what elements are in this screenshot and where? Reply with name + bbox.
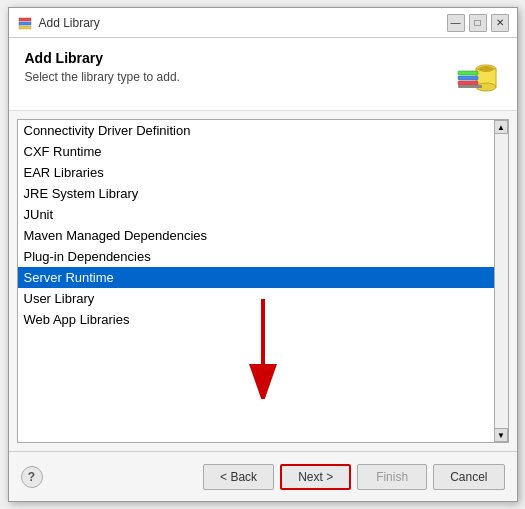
scrollbar[interactable]: ▲ ▼ <box>495 119 509 443</box>
list-item[interactable]: Connectivity Driver Definition <box>18 120 494 141</box>
next-button[interactable]: Next > <box>280 464 351 490</box>
title-bar: Add Library — □ ✕ <box>9 8 517 38</box>
list-item[interactable]: Web App Libraries <box>18 309 494 330</box>
minimize-button[interactable]: — <box>447 14 465 32</box>
window-controls: — □ ✕ <box>447 14 509 32</box>
content-area: Connectivity Driver DefinitionCXF Runtim… <box>9 111 517 451</box>
list-item[interactable]: EAR Libraries <box>18 162 494 183</box>
help-button[interactable]: ? <box>21 466 43 488</box>
svg-point-6 <box>478 66 494 72</box>
add-library-dialog: Add Library — □ ✕ Add Library Select the… <box>8 7 518 502</box>
list-item[interactable]: JRE System Library <box>18 183 494 204</box>
dialog-icon <box>17 15 33 31</box>
list-item[interactable]: User Library <box>18 288 494 309</box>
title-bar-label: Add Library <box>39 16 447 30</box>
svg-rect-0 <box>19 26 31 29</box>
header-text-block: Add Library Select the library type to a… <box>25 50 451 84</box>
svg-rect-1 <box>19 22 31 25</box>
navigation-buttons: < Back Next > Finish Cancel <box>203 464 504 490</box>
finish-button[interactable]: Finish <box>357 464 427 490</box>
scroll-up-button[interactable]: ▲ <box>494 120 508 134</box>
dialog-header: Add Library Select the library type to a… <box>9 38 517 111</box>
back-button[interactable]: < Back <box>203 464 274 490</box>
maximize-button[interactable]: □ <box>469 14 487 32</box>
svg-rect-8 <box>458 76 478 80</box>
dialog-title: Add Library <box>25 50 451 66</box>
svg-rect-10 <box>458 85 482 88</box>
list-item[interactable]: CXF Runtime <box>18 141 494 162</box>
library-list[interactable]: Connectivity Driver DefinitionCXF Runtim… <box>17 119 495 443</box>
scroll-down-button[interactable]: ▼ <box>494 428 508 442</box>
svg-rect-7 <box>458 81 478 85</box>
scroll-track <box>495 134 508 428</box>
svg-rect-9 <box>458 71 478 75</box>
dialog-subtitle: Select the library type to add. <box>25 70 451 84</box>
dialog-footer: ? < Back Next > Finish Cancel <box>9 451 517 501</box>
list-item[interactable]: Plug-in Dependencies <box>18 246 494 267</box>
list-item[interactable]: Server Runtime <box>18 267 494 288</box>
cancel-button[interactable]: Cancel <box>433 464 504 490</box>
list-item[interactable]: JUnit <box>18 204 494 225</box>
close-button[interactable]: ✕ <box>491 14 509 32</box>
header-library-icon <box>451 50 501 100</box>
list-item[interactable]: Maven Managed Dependencies <box>18 225 494 246</box>
help-section: ? <box>21 466 43 488</box>
svg-rect-2 <box>19 18 31 21</box>
